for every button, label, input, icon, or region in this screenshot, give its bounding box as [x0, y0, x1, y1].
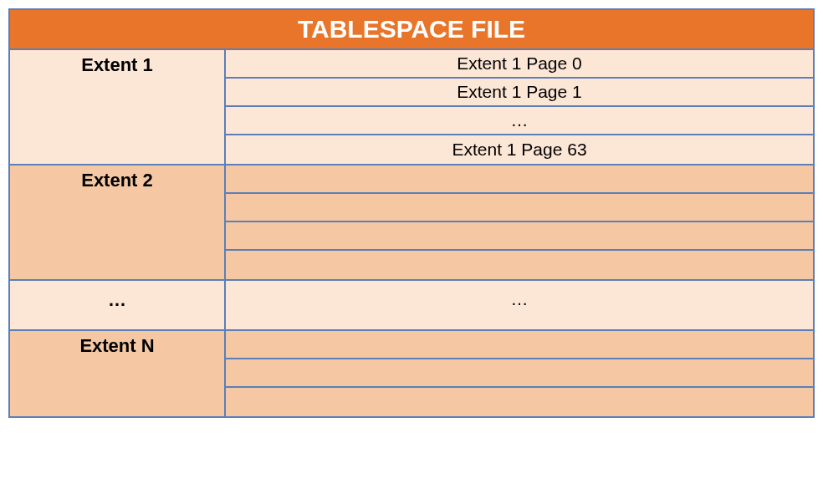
- ellipsis-row: … …: [10, 281, 813, 331]
- extent-2-pages: [226, 165, 813, 279]
- extent-1-page-ellipsis: …: [226, 107, 813, 135]
- extent-n-label: Extent N: [10, 331, 226, 416]
- tablespace-diagram: TABLESPACE FILE Extent 1 Extent 1 Page 0…: [8, 8, 815, 418]
- extent-1-row: Extent 1 Extent 1 Page 0 Extent 1 Page 1…: [10, 50, 813, 165]
- extent-n-page-cell: [226, 331, 813, 359]
- extent-n-row: Extent N: [10, 331, 813, 416]
- extent-2-label: Extent 2: [10, 165, 226, 279]
- extent-2-page-cell: [226, 165, 813, 194]
- extent-n-page-cell: [226, 359, 813, 388]
- extent-n-page-cell: [226, 388, 813, 416]
- extent-2-row: Extent 2: [10, 165, 813, 281]
- diagram-title: TABLESPACE FILE: [10, 10, 813, 50]
- ellipsis-left-label: …: [10, 281, 226, 329]
- extent-1-page-0: Extent 1 Page 0: [226, 50, 813, 79]
- extent-n-pages: [226, 331, 813, 416]
- extent-1-page-1: Extent 1 Page 1: [226, 79, 813, 107]
- extent-2-page-cell: [226, 194, 813, 222]
- extent-1-label: Extent 1: [10, 50, 226, 164]
- ellipsis-right-label: …: [226, 281, 813, 329]
- extent-1-pages: Extent 1 Page 0 Extent 1 Page 1 … Extent…: [226, 50, 813, 164]
- extent-2-page-cell: [226, 251, 813, 279]
- extent-2-page-cell: [226, 222, 813, 251]
- extent-1-page-63: Extent 1 Page 63: [226, 135, 813, 164]
